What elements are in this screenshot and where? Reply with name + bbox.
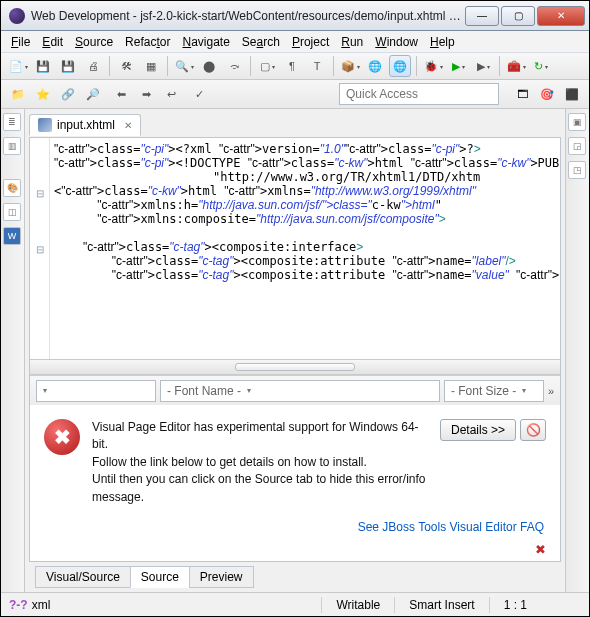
perspective-web-button[interactable]: 🗔 (511, 83, 533, 105)
split-handle[interactable] (30, 359, 560, 375)
palette-view-icon[interactable]: 🎨 (3, 179, 21, 197)
new-server-button[interactable]: 📦 (339, 55, 361, 77)
tab-preview[interactable]: Preview (189, 566, 254, 588)
menu-refactor[interactable]: Refactor (121, 33, 174, 51)
app-icon (9, 8, 25, 24)
tab-visual-source[interactable]: Visual/Source (35, 566, 131, 588)
forward-button[interactable]: ➡ (135, 83, 157, 105)
secondary-toolbar: 📁 ⭐ 🔗 🔎 ⬅ ➡ ↩ ✓ 🗔 🎯 ⬛ (1, 80, 589, 109)
font-name-selector[interactable]: - Font Name - (160, 380, 440, 402)
visual-toolbar: - Font Name - - Font Size - » (30, 375, 560, 405)
style-selector[interactable] (36, 380, 156, 402)
run-server-button[interactable]: ▶ (472, 55, 494, 77)
tasks-view-icon[interactable]: ◲ (568, 137, 586, 155)
quick-access-input[interactable] (339, 83, 499, 105)
editor-tab-label: input.xhtml (57, 118, 115, 132)
save-all-button[interactable]: 💾 (57, 55, 79, 77)
menu-run[interactable]: Run (337, 33, 367, 51)
tag-palette-button[interactable]: ▦ (140, 55, 162, 77)
menu-file[interactable]: File (7, 33, 34, 51)
close-tab-icon[interactable]: ✕ (124, 120, 132, 131)
visual-editor-error-panel: ✖ Visual Page Editor has experimental su… (30, 405, 560, 520)
separator (333, 56, 334, 76)
status-bar: ?-?xml Writable Smart Insert 1 : 1 (1, 592, 589, 616)
web-button[interactable]: 🌐 (389, 55, 411, 77)
window-buttons: — ▢ ✕ (463, 6, 585, 26)
separator (109, 56, 110, 76)
status-writable: Writable (336, 598, 380, 612)
perspective-jboss-button[interactable]: 🎯 (536, 83, 558, 105)
build-button[interactable]: 🛠 (115, 55, 137, 77)
show-whitespace-button[interactable]: ¶ (281, 55, 303, 77)
font-size-selector[interactable]: - Font Size - (444, 380, 544, 402)
new-button[interactable]: 📄 (7, 55, 29, 77)
menu-project[interactable]: Project (288, 33, 333, 51)
print-button[interactable]: 🖨 (82, 55, 104, 77)
menu-window[interactable]: Window (371, 33, 422, 51)
validate-button[interactable]: ✓ (188, 83, 210, 105)
editor-tab-row: input.xhtml ✕ (29, 113, 561, 137)
toolbar-overflow-icon[interactable]: » (548, 385, 554, 397)
save-button[interactable]: 💾 (32, 55, 54, 77)
dismiss-info-button[interactable]: 🚫 (520, 419, 546, 441)
debug-launch-button[interactable]: 🐞 (422, 55, 444, 77)
left-view-strip: ≣ ▥ 🎨 ◫ W (1, 109, 25, 592)
folding-ruler[interactable]: ⊟⊟ (30, 138, 50, 359)
status-insert: Smart Insert (409, 598, 474, 612)
window-title: Web Development - jsf-2.0-kick-start/Web… (31, 9, 463, 23)
editor-mode-tabs: Visual/Source Source Preview (29, 562, 561, 588)
menu-navigate[interactable]: Navigate (178, 33, 233, 51)
separator (250, 56, 251, 76)
file-icon (38, 118, 52, 132)
status-position: 1 : 1 (504, 598, 527, 612)
problems-view-icon[interactable]: ◳ (568, 161, 586, 179)
skip-button[interactable]: ⤼ (223, 55, 245, 77)
properties-view-icon[interactable]: ◫ (3, 203, 21, 221)
search-button[interactable]: 🔎 (82, 83, 104, 105)
close-button[interactable]: ✕ (537, 6, 585, 26)
error-message: Visual Page Editor has experimental supp… (92, 419, 428, 506)
right-view-strip: ▣ ◲ ◳ (565, 109, 589, 592)
menu-source[interactable]: Source (71, 33, 117, 51)
editor-frame: ⊟⊟ "c-attr">class="c-pi"><?xml "c-attr">… (29, 137, 561, 562)
new-wizard-button[interactable]: 📁 (7, 83, 29, 105)
maximize-button[interactable]: ▢ (501, 6, 535, 26)
source-editor[interactable]: ⊟⊟ "c-attr">class="c-pi"><?xml "c-attr">… (30, 138, 560, 359)
details-button[interactable]: Details >> (440, 419, 516, 441)
minimize-button[interactable]: — (465, 6, 499, 26)
up-button[interactable]: ↩ (160, 83, 182, 105)
link-button[interactable]: 🔗 (57, 83, 79, 105)
menu-help[interactable]: Help (426, 33, 459, 51)
recent-button[interactable]: ⭐ (32, 83, 54, 105)
window-titlebar: Web Development - jsf-2.0-kick-start/Web… (1, 1, 589, 31)
outline-view-icon[interactable]: ≣ (3, 113, 21, 131)
code-text[interactable]: "c-attr">class="c-pi"><?xml "c-attr">ver… (50, 138, 560, 359)
toggle-breakpoint-button[interactable]: ⬤ (198, 55, 220, 77)
debug-button[interactable]: 🔍 (173, 55, 195, 77)
navigator-view-icon[interactable]: ▥ (3, 137, 21, 155)
close-panel-icon[interactable]: ✖ (30, 538, 560, 561)
main-toolbar: 📄 💾 💾 🖨 🛠 ▦ 🔍 ⬤ ⤼ ▢ ¶ T 📦 🌐 🌐 🐞 ▶ ▶ 🧰 ↻ (1, 53, 589, 80)
editor-area: input.xhtml ✕ ⊟⊟ "c-attr">class="c-pi"><… (25, 109, 565, 592)
text-button[interactable]: T (306, 55, 328, 77)
tab-source[interactable]: Source (130, 566, 190, 588)
editor-tab-input-xhtml[interactable]: input.xhtml ✕ (29, 114, 141, 136)
menu-edit[interactable]: Edit (38, 33, 67, 51)
back-button[interactable]: ⬅ (110, 83, 132, 105)
separator (499, 56, 500, 76)
web-view-icon[interactable]: W (3, 227, 21, 245)
faq-link[interactable]: See JBoss Tools Visual Editor FAQ (30, 520, 560, 538)
separator (167, 56, 168, 76)
profile-button[interactable]: ↻ (530, 55, 552, 77)
perspective-other-button[interactable]: ⬛ (561, 83, 583, 105)
run-launch-button[interactable]: ▶ (447, 55, 469, 77)
workbench-area: ≣ ▥ 🎨 ◫ W input.xhtml ✕ ⊟⊟ "c-attr">clas… (1, 109, 589, 592)
menu-search[interactable]: Search (238, 33, 284, 51)
block-select-button[interactable]: ▢ (256, 55, 278, 77)
menu-bar: File Edit Source Refactor Navigate Searc… (1, 31, 589, 53)
ext-tools-button[interactable]: 🧰 (505, 55, 527, 77)
browser-button[interactable]: 🌐 (364, 55, 386, 77)
servers-view-icon[interactable]: ▣ (568, 113, 586, 131)
separator (416, 56, 417, 76)
error-icon: ✖ (44, 419, 80, 455)
